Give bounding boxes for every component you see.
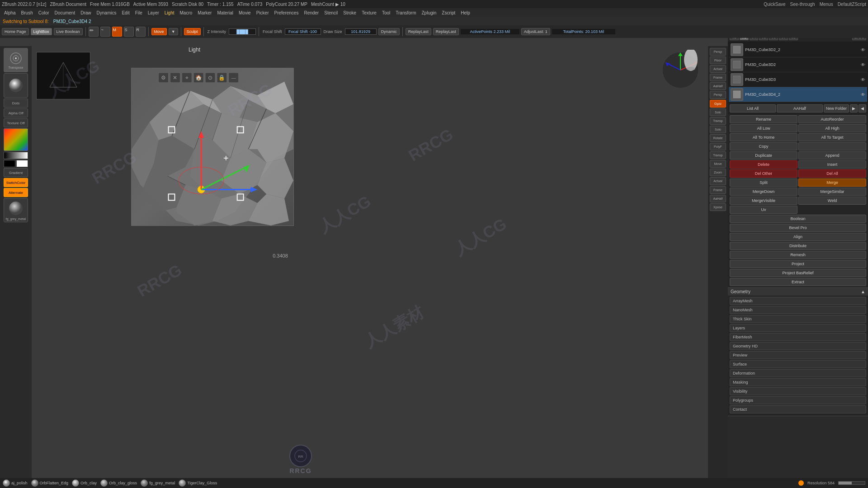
- quicksave-btn[interactable]: QuickSave: [764, 2, 785, 7]
- menu-marker[interactable]: Marker: [195, 9, 214, 16]
- mid-btn-aahalf2[interactable]: AaHalf: [710, 195, 726, 202]
- dynamic-btn[interactable]: Dynamic: [378, 28, 400, 35]
- adjust-last-btn[interactable]: AdjustLast: 1: [521, 28, 550, 35]
- brush-preset-2[interactable]: OrbFlatten_Edg: [31, 479, 69, 487]
- distribute-btn[interactable]: Distribute: [730, 242, 866, 250]
- auto-reorder-btn[interactable]: AutoReorder: [798, 115, 866, 123]
- contact-btn[interactable]: Contact: [730, 405, 866, 413]
- menu-transform[interactable]: Transform: [393, 9, 418, 16]
- menu-light[interactable]: Light: [162, 9, 177, 16]
- alternate-btn[interactable]: Alternate: [4, 188, 28, 197]
- menu-edit[interactable]: Edit: [119, 9, 132, 16]
- gradient-bar[interactable]: [4, 152, 28, 159]
- menu-picker[interactable]: Picker: [254, 9, 271, 16]
- menu-help[interactable]: Help: [458, 9, 472, 16]
- merge-visible-btn[interactable]: MergeVisible: [730, 197, 797, 205]
- gradient-label-btn[interactable]: Gradient: [4, 168, 28, 177]
- mid-btn-actual[interactable]: Actual: [710, 65, 726, 73]
- menu-file[interactable]: File: [133, 9, 145, 16]
- mid-btn-solo2[interactable]: Solo: [710, 126, 726, 133]
- project-bas-relief-btn[interactable]: Project BasRelief: [730, 269, 866, 277]
- geometry-hd-btn[interactable]: Geometry HD: [730, 342, 866, 350]
- del-all-btn[interactable]: Del All: [798, 169, 866, 178]
- resolution-slider[interactable]: [838, 481, 865, 485]
- lightbox-btn[interactable]: LightBox: [31, 28, 52, 35]
- mid-btn-aahalf[interactable]: AaHalf: [710, 82, 726, 90]
- active-tool-btn[interactable]: Move: [151, 28, 167, 35]
- default-zscript-btn[interactable]: DefaultZScript: [838, 2, 866, 7]
- all-high-btn[interactable]: All High: [798, 124, 866, 132]
- del-other-btn[interactable]: Del Other: [730, 169, 797, 178]
- subtool-row-3[interactable]: PM3D_Cube3D3 👁: [729, 72, 867, 87]
- menu-stroke[interactable]: Stroke: [341, 9, 359, 16]
- menu-texture[interactable]: Texture: [359, 9, 379, 16]
- array-mesh-btn[interactable]: ArrayMesh: [730, 297, 866, 305]
- black-swatch[interactable]: [4, 160, 15, 167]
- weld-btn[interactable]: Weld: [798, 197, 866, 205]
- transpose-tool[interactable]: Transpose: [4, 48, 28, 72]
- menu-preferences[interactable]: Preferences: [272, 9, 301, 16]
- home-page-btn[interactable]: Home Page: [2, 28, 29, 35]
- duplicate-btn[interactable]: Duplicate: [730, 151, 797, 160]
- brush-preview[interactable]: [4, 73, 28, 98]
- brush-preset-1[interactable]: aj_polish: [3, 479, 28, 487]
- menu-zplugin[interactable]: Zplugin: [420, 9, 439, 16]
- append-btn[interactable]: Append: [798, 151, 866, 160]
- replay-last-btn[interactable]: ReplayLast: [406, 28, 431, 35]
- brush-preset-3[interactable]: Orb_clay: [72, 479, 97, 487]
- folder-arrow2-btn[interactable]: ◀: [859, 104, 866, 113]
- merge-down-btn[interactable]: MergeDown: [730, 188, 797, 196]
- mid-btn-persp[interactable]: Persp: [710, 48, 726, 56]
- mid-btn-zoom[interactable]: Zoom: [710, 169, 726, 176]
- eye-icon-4[interactable]: 👁: [861, 92, 865, 97]
- mid-btn-actual2[interactable]: Actual: [710, 177, 726, 185]
- uv-btn[interactable]: Uv: [730, 206, 797, 214]
- drawsize-value[interactable]: 101.81929: [345, 28, 377, 35]
- brush-preset-5[interactable]: fg_grey_metal: [141, 479, 175, 487]
- merge-btn[interactable]: Merge: [798, 178, 866, 187]
- replay-last2-btn[interactable]: ReplayLast: [433, 28, 459, 35]
- menu-tool[interactable]: Tool: [380, 9, 392, 16]
- menu-stencil[interactable]: Stencil: [322, 9, 340, 16]
- thick-skin-btn[interactable]: Thick Skin: [730, 315, 866, 323]
- 3d-viewport[interactable]: ⚙ ✕ ⌖ 🏠 ⊙ 🔒 —: [131, 68, 294, 226]
- rotate-btn[interactable]: R: [136, 27, 146, 37]
- split-btn[interactable]: Split: [730, 178, 797, 187]
- menu-material[interactable]: Material: [215, 9, 236, 16]
- subtool-row-1[interactable]: PM3D_Cube3D2_2 👁: [729, 42, 867, 57]
- boolean-btn[interactable]: Boolean: [730, 215, 866, 223]
- aahalf-btn[interactable]: AAHalf: [777, 104, 823, 113]
- menu-zscript[interactable]: Zscript: [439, 9, 458, 16]
- mid-btn-transp2[interactable]: Transp: [710, 151, 726, 159]
- mid-btn-polyf[interactable]: PolyF: [710, 143, 726, 150]
- mid-btn-move[interactable]: Move: [710, 160, 726, 168]
- white-swatch[interactable]: [16, 160, 28, 167]
- mid-btn-gizmo[interactable]: Gyzz: [710, 100, 726, 108]
- eye-icon-3[interactable]: 👁: [861, 77, 865, 82]
- fiber-mesh-btn[interactable]: FiberMesh: [730, 333, 866, 341]
- move-btn[interactable]: M: [112, 27, 122, 37]
- menu-draw[interactable]: Draw: [78, 9, 93, 16]
- scale-btn[interactable]: S: [124, 27, 134, 37]
- mid-btn-floor[interactable]: Floor: [710, 56, 726, 64]
- all-low-btn[interactable]: All Low: [730, 124, 797, 132]
- material-preview[interactable]: fg_grey_metal: [4, 198, 28, 222]
- folder-arrow-btn[interactable]: ▶: [850, 104, 858, 113]
- menus-btn[interactable]: Menus: [820, 2, 833, 7]
- menu-macro[interactable]: Macro: [178, 9, 195, 16]
- mid-btn-frame[interactable]: Frame: [710, 74, 726, 81]
- draw-tool-btn[interactable]: ✏: [89, 27, 99, 37]
- new-folder-btn[interactable]: New Folder: [824, 104, 849, 113]
- mid-btn-persp2[interactable]: Persp: [710, 91, 726, 99]
- menu-movie[interactable]: Movie: [236, 9, 253, 16]
- insert-btn[interactable]: Insert: [798, 160, 866, 169]
- polygroups-btn[interactable]: Polygroups: [730, 396, 866, 404]
- alpha-off-btn[interactable]: Alpha Off: [4, 108, 28, 117]
- bevel-pro-btn[interactable]: Bevel Pro: [730, 224, 866, 232]
- menu-layer[interactable]: Layer: [146, 9, 161, 16]
- focal-shift-value[interactable]: Focal Shift -100: [285, 28, 321, 35]
- masking-btn[interactable]: Masking: [730, 378, 866, 386]
- dots-btn[interactable]: Dots: [4, 99, 28, 108]
- preview-btn[interactable]: Preview: [730, 351, 866, 359]
- remesh-btn[interactable]: Remesh: [730, 251, 866, 259]
